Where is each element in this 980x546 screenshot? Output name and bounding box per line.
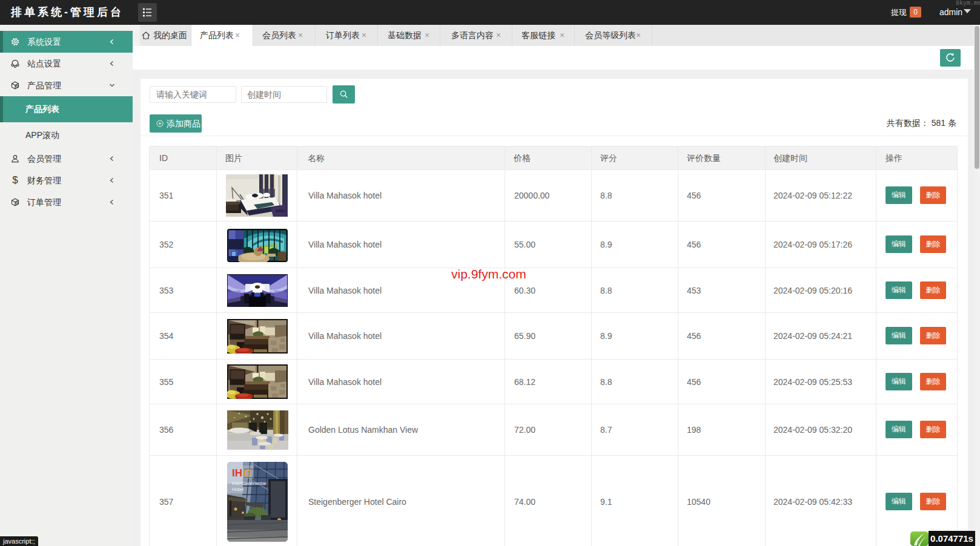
svg-text:IH: IH — [232, 467, 242, 479]
svg-text:InterContinental: InterContinental — [232, 481, 267, 486]
svg-text:G: G — [243, 467, 251, 479]
svg-text:Hotel: Hotel — [232, 487, 243, 492]
